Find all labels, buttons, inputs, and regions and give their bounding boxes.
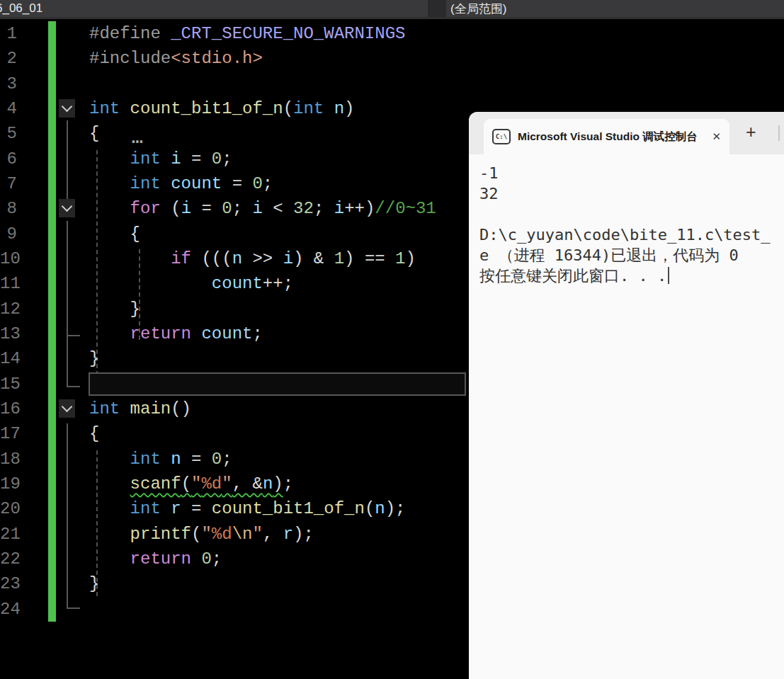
file-scope-dropdown[interactable]: 6_06_01 [0, 0, 428, 17]
fold-chevron-icon[interactable] [59, 199, 75, 217]
code-line: 20 int r = count_bit1_of_n(n); [0, 496, 469, 521]
console-output: -132D:\c_yuyan\code\bite_11.c\test_e （进程… [469, 154, 784, 679]
code-text: { [89, 421, 99, 446]
code-line: 22 return 0; [0, 547, 469, 571]
line-number: 24 [0, 597, 17, 622]
code-text: } [89, 571, 99, 596]
code-line: 16int main() [0, 396, 469, 421]
code-line: 14} [0, 346, 469, 371]
fold-chevron-icon[interactable] [59, 99, 75, 118]
code-text: { [89, 222, 140, 246]
fold-chevron-icon[interactable] [59, 399, 75, 418]
line-number: 16 [0, 396, 17, 421]
code-line: 9 { [0, 222, 469, 246]
code-editor[interactable]: 1#define _CRT_SECURE_NO_WARNINGS2#includ… [0, 21, 469, 637]
code-line: 17{ [0, 421, 469, 446]
navigation-bar: 6_06_01 ▾ (全局范围) [0, 0, 784, 19]
code-text: int count = 0; [89, 171, 273, 196]
global-scope-label: (全局范围) [450, 1, 506, 17]
code-text: if (((n >> i) & 1) == 1) [89, 246, 416, 271]
close-icon[interactable]: ✕ [712, 130, 721, 143]
line-number: 13 [0, 321, 17, 346]
global-scope-dropdown[interactable]: (全局范围) [446, 0, 784, 17]
line-number: 7 [0, 171, 17, 196]
code-text: int count_bit1_of_n(int n) [89, 96, 354, 121]
code-line: 2#include<stdio.h> [0, 46, 469, 71]
line-number: 15 [0, 372, 17, 396]
line-number: 19 [0, 472, 17, 496]
code-lines-container: 1#define _CRT_SECURE_NO_WARNINGS2#includ… [0, 21, 469, 622]
line-number: 17 [0, 421, 17, 446]
line-number: 20 [0, 496, 17, 521]
line-number: 4 [0, 96, 17, 121]
debug-console-window[interactable]: C:\ Microsoft Visual Studio 调试控制台 ✕ + -1… [469, 112, 784, 679]
new-tab-button[interactable]: + [746, 122, 756, 142]
code-text: { [89, 121, 99, 146]
file-scope-label: 6_06_01 [0, 1, 42, 16]
line-number: 9 [0, 222, 17, 246]
code-line: 24 [0, 597, 469, 622]
code-text: return count; [89, 321, 263, 346]
console-line: e （进程 16344)已退出，代码为 0 [479, 245, 784, 266]
navbar-bottom-edge [0, 17, 784, 19]
code-text: int main() [89, 396, 191, 421]
code-line: 8 for (i = 0; i < 32; i++)//0~31 [0, 196, 469, 221]
console-line: -1 [479, 163, 784, 183]
current-line-highlight [89, 372, 466, 396]
line-number: 6 [0, 147, 17, 171]
line-number: 14 [0, 346, 17, 371]
line-number: 5 [0, 121, 17, 146]
console-line: D:\c_yuyan\code\bite_11.c\test_ [479, 224, 784, 245]
console-line [479, 204, 784, 224]
code-text: printf("%d\n", r); [89, 522, 314, 547]
code-line: 5{ [0, 121, 469, 146]
cmd-prompt-icon: C:\ [492, 129, 511, 144]
code-text: #define _CRT_SECURE_NO_WARNINGS [89, 21, 405, 46]
line-number: 8 [0, 196, 17, 221]
text-cursor [668, 267, 669, 284]
code-text: return 0; [89, 547, 222, 571]
suggestion-dots: … [132, 127, 144, 149]
line-number: 1 [0, 21, 17, 46]
console-tab-title: Microsoft Visual Studio 调试控制台 [518, 130, 706, 144]
console-line: 32 [479, 183, 784, 204]
code-line: 21 printf("%d\n", r); [0, 522, 469, 547]
line-number: 2 [0, 46, 17, 71]
code-line: 18 int n = 0; [0, 447, 469, 472]
code-text: } [89, 297, 140, 321]
console-titlebar: C:\ Microsoft Visual Studio 调试控制台 ✕ + [469, 112, 784, 154]
code-line: 10 if (((n >> i) & 1) == 1) [0, 246, 469, 271]
line-number: 12 [0, 297, 17, 321]
code-line: 4int count_bit1_of_n(int n) [0, 96, 469, 121]
code-line: 7 int count = 0; [0, 171, 469, 196]
titlebar-divider [778, 125, 780, 141]
code-text: int n = 0; [89, 447, 232, 472]
code-text: for (i = 0; i < 32; i++)//0~31 [89, 196, 436, 221]
line-number: 18 [0, 447, 17, 472]
code-line: 13 return count; [0, 321, 469, 346]
line-number: 3 [0, 72, 17, 96]
console-line: 按任意键关闭此窗口. . . [479, 266, 784, 286]
line-number: 23 [0, 571, 17, 596]
console-tab[interactable]: C:\ Microsoft Visual Studio 调试控制台 ✕ [484, 119, 729, 154]
code-line: 11 count++; [0, 271, 469, 296]
code-line: 3 [0, 72, 469, 96]
code-line: 1#define _CRT_SECURE_NO_WARNINGS [0, 21, 469, 46]
line-number: 11 [0, 271, 17, 296]
code-line: 15 [0, 372, 469, 396]
code-text: } [89, 346, 99, 371]
code-text: int i = 0; [89, 147, 232, 171]
line-number: 22 [0, 547, 17, 571]
code-text: #include<stdio.h> [89, 46, 263, 71]
code-line: 19 scanf("%d", &n); [0, 472, 469, 496]
code-line: 6 int i = 0; [0, 147, 469, 171]
code-text: int r = count_bit1_of_n(n); [89, 496, 406, 521]
line-number: 21 [0, 522, 17, 547]
code-text: count++; [89, 271, 293, 296]
line-number: 10 [0, 246, 17, 271]
code-text: scanf("%d", &n); [89, 472, 293, 496]
code-line: 23} [0, 571, 469, 596]
code-line: 12 } [0, 297, 469, 321]
